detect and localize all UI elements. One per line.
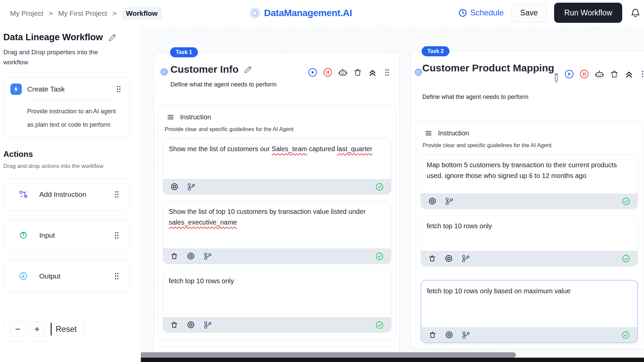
- preview-icon[interactable]: [428, 197, 436, 205]
- delete-instruction-icon[interactable]: [170, 252, 178, 260]
- instruction-toolbar: [163, 248, 391, 264]
- misspelled-word: last_quarter: [337, 145, 372, 153]
- delete-task-icon[interactable]: [610, 70, 619, 79]
- run-workflow-button[interactable]: Run Workflow: [554, 3, 622, 23]
- run-task-icon[interactable]: [308, 68, 317, 77]
- branch-icon[interactable]: [445, 197, 453, 205]
- edit-task-title-icon[interactable]: [244, 65, 252, 74]
- preview-icon[interactable]: [445, 331, 453, 339]
- logo-text: DataManagement.AI: [264, 8, 352, 18]
- breadcrumb-my-project[interactable]: My Project: [10, 9, 43, 17]
- instruction-textarea[interactable]: fetch top 10 rows only: [421, 216, 638, 251]
- misspelled-word: sales_executive_name: [169, 219, 237, 226]
- instruction-text-segment: fetch top 10 rows only: [169, 277, 234, 285]
- target-icon: [414, 68, 423, 76]
- instruction-textarea[interactable]: Show me the list of customers our Sales_…: [163, 138, 391, 179]
- preview-icon[interactable]: [445, 254, 453, 262]
- zoom-reset-button[interactable]: Reset: [56, 324, 77, 334]
- task-2-title: Customer Product Mapping: [422, 62, 554, 73]
- robot-icon[interactable]: [338, 68, 347, 77]
- create-task-card[interactable]: Create Task Provide instruction to an AI…: [3, 77, 130, 137]
- instruction-section: Instruction Provide clear and specific g…: [416, 121, 643, 345]
- zoom-in-button[interactable]: +: [30, 322, 45, 337]
- preview-icon[interactable]: [170, 183, 178, 191]
- header-actions: Schedule Save Run Workflow: [458, 0, 641, 25]
- input-label: Input: [39, 231, 101, 239]
- collapse-task-icon[interactable]: [368, 68, 377, 77]
- bell-icon[interactable]: [630, 8, 641, 18]
- breadcrumb-my-first-project[interactable]: My First Project: [58, 9, 107, 17]
- menu-icon[interactable]: [167, 113, 174, 121]
- drag-handle-icon[interactable]: [114, 85, 123, 94]
- instruction-section-title: Instruction: [180, 113, 211, 121]
- bolt-icon: [10, 83, 22, 95]
- action-card-input[interactable]: Input: [3, 219, 130, 251]
- task-2-badge: Task 2: [422, 46, 449, 56]
- robot-icon[interactable]: [595, 69, 604, 79]
- zoom-out-button[interactable]: −: [10, 322, 25, 337]
- instruction-box: fetch top 10 rows only: [421, 215, 638, 266]
- starburst-logo-icon: [247, 5, 263, 21]
- output-label: Output: [39, 272, 101, 280]
- branch-icon[interactable]: [462, 254, 470, 263]
- drag-handle-icon[interactable]: [112, 190, 121, 199]
- instruction-box: Map bottom 5 customers by transaction to…: [421, 154, 638, 209]
- branch-icon[interactable]: [204, 321, 212, 329]
- drag-handle-icon[interactable]: [112, 231, 121, 240]
- instruction-text-segment: captured: [307, 145, 337, 153]
- task-1-title: Customer Info: [170, 64, 238, 75]
- misspelled-word: Sales_team: [272, 145, 307, 153]
- delete-instruction-icon[interactable]: [428, 255, 436, 262]
- horizontal-scrollbar-thumb[interactable]: [141, 352, 516, 358]
- collapse-task-icon[interactable]: [625, 70, 634, 79]
- branch-icon[interactable]: [204, 252, 212, 260]
- pause-task-icon[interactable]: [580, 69, 589, 79]
- pause-task-icon[interactable]: [323, 68, 332, 77]
- check-circle-icon: [375, 252, 384, 260]
- action-card-output[interactable]: Output: [3, 260, 130, 292]
- instruction-textarea[interactable]: fetch top 10 rows only: [163, 270, 391, 317]
- schedule-button[interactable]: Schedule: [458, 8, 504, 17]
- instruction-toolbar: [163, 317, 391, 333]
- check-circle-icon: [622, 254, 630, 263]
- app-window: My Project > My First Project > Workflow…: [0, 0, 644, 362]
- check-circle-icon: [375, 321, 384, 329]
- instruction-textarea[interactable]: Map bottom 5 customers by transaction to…: [421, 155, 638, 193]
- delete-instruction-icon[interactable]: [170, 321, 178, 329]
- top-bar: My Project > My First Project > Workflow…: [0, 0, 644, 25]
- drag-handle-icon[interactable]: [639, 70, 644, 78]
- instruction-text-segment: Show the list of top 10 customers by tra…: [169, 208, 366, 215]
- branch-icon[interactable]: [462, 331, 470, 339]
- instruction-box: Show the list of top 10 customers by tra…: [163, 201, 391, 264]
- branch-icon[interactable]: [187, 183, 196, 191]
- task-card-1[interactable]: Task 1 Customer Info Define what the age…: [154, 52, 400, 362]
- actions-title: Actions: [3, 149, 130, 159]
- delete-task-icon[interactable]: [353, 68, 362, 77]
- check-circle-icon: [375, 183, 384, 191]
- breadcrumb: My Project > My First Project > Workflow: [10, 7, 162, 19]
- edit-workflow-title-icon[interactable]: [108, 33, 117, 42]
- breadcrumb-separator: >: [49, 9, 53, 17]
- run-task-icon[interactable]: [565, 69, 574, 79]
- instruction-toolbar: [421, 251, 638, 266]
- drag-handle-icon[interactable]: [383, 68, 391, 77]
- task-card-2[interactable]: Task 2 Customer Product Mapping Define w…: [411, 51, 644, 349]
- save-button[interactable]: Save: [511, 3, 547, 22]
- instruction-textarea[interactable]: fetch top 10 rows only based on maximum …: [421, 281, 637, 327]
- instruction-textarea[interactable]: Show the list of top 10 customers by tra…: [163, 201, 391, 248]
- instruction-section-title: Instruction: [438, 129, 469, 137]
- instruction-box-focused: fetch top 10 rows only based on maximum …: [421, 280, 638, 343]
- delete-instruction-icon[interactable]: [429, 331, 436, 339]
- workflow-title: Data Lineage Workflow: [3, 32, 103, 43]
- workflow-canvas[interactable]: Task 1 Customer Info Define what the age…: [141, 25, 644, 362]
- menu-icon[interactable]: [425, 129, 432, 137]
- workflow-subtitle: Drag and Drop properties into the workfl…: [3, 47, 119, 68]
- preview-icon[interactable]: [187, 252, 195, 260]
- instruction-section-subtitle: Provide clear and specific guidelines fo…: [423, 142, 638, 148]
- drag-handle-icon[interactable]: [112, 272, 121, 281]
- action-card-add-instruction[interactable]: Add Instruction: [3, 178, 130, 210]
- sidebar: Data Lineage Workflow Drag and Drop prop…: [0, 25, 141, 362]
- actions-subtitle: Drag and drop actions into the workflow: [3, 163, 130, 170]
- task-2-subtitle: Define what the agent needs to perform: [422, 94, 528, 101]
- preview-icon[interactable]: [187, 321, 195, 329]
